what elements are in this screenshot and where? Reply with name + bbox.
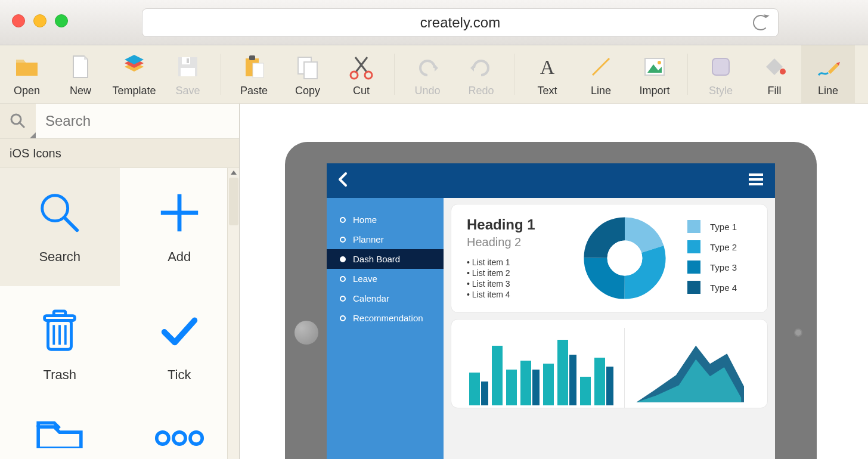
area-chart <box>631 328 755 408</box>
svg-rect-8 <box>249 55 255 60</box>
app-header <box>327 163 775 198</box>
copy-label: Copy <box>295 85 320 97</box>
svg-point-34 <box>173 432 185 444</box>
nav-dashboard[interactable]: Dash Board <box>327 249 444 269</box>
svg-rect-32 <box>54 311 66 316</box>
shape-grid: Search Add Trash Tick <box>0 168 239 459</box>
legend-label: Type 1 <box>710 222 737 232</box>
tablet-screen: Home Planner Dash Board Leave Calendar R… <box>327 163 775 459</box>
undo-icon <box>414 54 441 80</box>
legend-swatch <box>687 260 700 274</box>
open-button[interactable]: Open <box>0 45 54 103</box>
undo-label: Undo <box>414 85 440 97</box>
svg-rect-51 <box>557 340 568 405</box>
svg-line-15 <box>593 58 609 75</box>
svg-rect-50 <box>543 364 554 405</box>
back-icon[interactable] <box>337 171 349 190</box>
svg-point-35 <box>190 432 202 444</box>
legend-item: Type 1 <box>687 220 752 233</box>
shape-add[interactable]: Add <box>120 168 240 286</box>
close-window-button[interactable] <box>12 14 25 27</box>
line-icon <box>588 54 614 80</box>
app-sidebar: Home Planner Dash Board Leave Calendar R… <box>327 198 444 459</box>
legend-swatch <box>687 220 700 233</box>
canvas[interactable]: Home Planner Dash Board Leave Calendar R… <box>240 104 868 459</box>
paste-icon <box>241 54 267 80</box>
nav-home[interactable]: Home <box>327 210 444 230</box>
shape-trash[interactable]: Trash <box>0 286 120 404</box>
legend-label: Type 3 <box>710 262 737 272</box>
tablet-mockup[interactable]: Home Planner Dash Board Leave Calendar R… <box>285 142 817 459</box>
shapes-panel: iOS Icons Search Add Trash Tick <box>0 104 240 459</box>
svg-rect-45 <box>481 382 488 405</box>
refresh-icon[interactable] <box>753 15 768 30</box>
shape-tick[interactable]: Tick <box>120 286 240 404</box>
text-label: Text <box>537 85 557 97</box>
fill-icon <box>761 54 788 80</box>
charts-card <box>451 319 768 408</box>
shape-search[interactable]: Search <box>0 168 120 286</box>
shapes-search-input[interactable] <box>36 104 239 138</box>
list-item: List item 2 <box>467 268 562 278</box>
nav-recommendation[interactable]: Recommendation <box>327 308 444 328</box>
pencil-line-icon <box>815 54 841 80</box>
nav-planner[interactable]: Planner <box>327 230 444 249</box>
template-button[interactable]: Template <box>107 45 161 103</box>
paste-button[interactable]: Paste <box>227 45 281 103</box>
svg-point-18 <box>658 61 661 64</box>
list-item: List item 4 <box>467 290 562 299</box>
import-icon <box>641 54 668 80</box>
copy-button[interactable]: Copy <box>281 45 334 103</box>
svg-rect-47 <box>506 370 517 405</box>
search-icon[interactable] <box>0 104 36 138</box>
app-content: Heading 1 Heading 2 List item 1 List ite… <box>444 198 775 459</box>
copy-icon <box>294 54 321 80</box>
new-button[interactable]: New <box>54 45 107 103</box>
import-button[interactable]: Import <box>628 45 681 103</box>
line-style-button[interactable]: Line <box>801 45 855 103</box>
nav-leave[interactable]: Leave <box>327 269 444 289</box>
svg-text:A: A <box>540 56 555 78</box>
fill-button[interactable]: Fill <box>748 45 801 103</box>
shape-label: Search <box>39 249 80 265</box>
line-label: Line <box>591 85 611 97</box>
summary-card: Heading 1 Heading 2 List item 1 List ite… <box>451 204 768 313</box>
svg-rect-19 <box>712 58 729 75</box>
toolbar-separator <box>514 54 514 95</box>
menu-icon[interactable] <box>748 172 764 189</box>
shape-folder-partial[interactable] <box>0 404 120 459</box>
template-label: Template <box>112 85 156 97</box>
scrollbar[interactable] <box>227 168 239 459</box>
legend-item: Type 2 <box>687 240 752 253</box>
line-tool-button[interactable]: Line <box>574 45 628 103</box>
template-icon <box>121 54 147 80</box>
toolbar: Open New Template Save Paste Copy C <box>0 45 868 104</box>
list-item: List item 3 <box>467 279 562 289</box>
url-bar[interactable]: creately.com <box>142 8 779 37</box>
nav-calendar[interactable]: Calendar <box>327 289 444 308</box>
donut-chart <box>580 216 669 300</box>
browser-chrome: creately.com <box>0 0 868 45</box>
section-header[interactable]: iOS Icons <box>0 138 239 168</box>
style-button: Style <box>694 45 748 103</box>
legend-label: Type 4 <box>710 283 737 293</box>
svg-rect-9 <box>253 63 264 77</box>
minimize-window-button[interactable] <box>33 14 46 27</box>
save-label: Save <box>175 85 200 97</box>
svg-rect-46 <box>492 346 503 405</box>
shape-more-partial[interactable] <box>120 404 240 459</box>
text-button[interactable]: A Text <box>520 45 574 103</box>
shape-label: Tick <box>168 367 191 383</box>
card-divider <box>624 328 625 408</box>
svg-point-13 <box>365 72 372 79</box>
style-label: Style <box>709 85 733 97</box>
cut-button[interactable]: Cut <box>334 45 388 103</box>
fullscreen-window-button[interactable] <box>55 14 68 27</box>
legend-item: Type 3 <box>687 260 752 274</box>
cut-icon <box>348 54 374 80</box>
import-label: Import <box>639 85 669 97</box>
legend-swatch <box>687 281 700 294</box>
text-icon: A <box>534 54 560 80</box>
svg-point-43 <box>607 241 643 276</box>
list-item: List item 1 <box>467 258 562 267</box>
